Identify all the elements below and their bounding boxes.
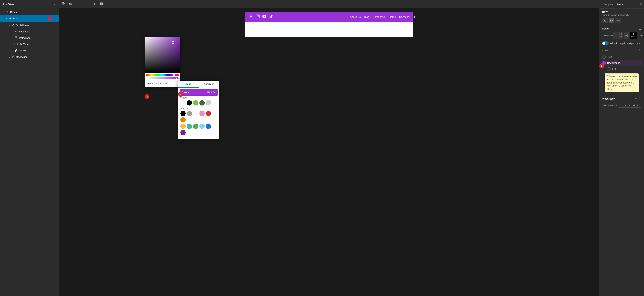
swatch-black[interactable] [187, 100, 192, 105]
svg-point-37 [257, 16, 258, 17]
size-s-button[interactable]: S [619, 103, 623, 107]
layout-collapse-button[interactable]: ▲ [639, 27, 642, 30]
justify-left-button[interactable]: |← [613, 32, 618, 39]
nav-blog[interactable]: Blog [364, 15, 369, 18]
swatch-red[interactable] [206, 111, 211, 116]
size-xxl-button[interactable]: XXL [636, 103, 641, 107]
justify-right-button[interactable]: →| [624, 32, 629, 39]
spacer [11, 36, 14, 39]
more-options-button[interactable] [106, 1, 112, 7]
gradient-tab[interactable]: Gradient [199, 81, 219, 88]
tree-item-navigation[interactable]: ▶ Navigation [0, 54, 58, 60]
hue-slider-thumb[interactable] [173, 74, 175, 77]
navigation-icon [11, 55, 15, 59]
color-row-text[interactable]: Text [602, 54, 642, 60]
tree-item-youtube[interactable]: YouTube [0, 41, 58, 47]
swatch-gray-light[interactable] [206, 100, 211, 105]
tree-item-facebook[interactable]: Facebook [0, 28, 58, 35]
block-settings-button[interactable] [98, 1, 105, 7]
right-panel-close-button[interactable]: × [640, 2, 642, 6]
background-color-label: Background [607, 61, 620, 64]
chevron-right-icon: ▶ [8, 55, 11, 58]
swatch-yellow[interactable] [180, 124, 186, 129]
solid-tab[interactable]: Solid [178, 81, 199, 88]
svg-rect-4 [9, 18, 11, 19]
swatch-blue[interactable] [206, 124, 211, 129]
chevron-down-icon: ▼ [8, 24, 11, 27]
link-color-unchecked [607, 67, 610, 71]
spacer [11, 30, 14, 33]
hex-input[interactable] [158, 81, 180, 86]
social-icons-icon [11, 23, 15, 27]
wrap-toggle[interactable] [602, 41, 609, 45]
justify-space-between-button[interactable]: |⊢⊣| [630, 32, 637, 39]
tree-item-tiktok[interactable]: TikTok [0, 47, 58, 54]
swatch-green-dark[interactable] [200, 100, 205, 105]
nav-services[interactable]: Services [399, 15, 409, 18]
alpha-slider-thumb[interactable] [176, 77, 179, 80]
size-xl-button[interactable]: XL [632, 103, 636, 107]
svg-rect-30 [102, 2, 103, 4]
add-block-inline-button[interactable]: + [414, 15, 416, 19]
tree-item-row[interactable]: ▼ Row 1 ⋮ [0, 15, 58, 22]
tab-template[interactable]: Template [602, 0, 615, 8]
nav-home[interactable]: Home [389, 15, 396, 18]
svg-point-7 [14, 24, 14, 25]
swatch-white-2[interactable] [193, 111, 198, 116]
nav-about[interactable]: About Us [350, 15, 361, 18]
default-swatches-2 [180, 124, 217, 135]
tree-item-instagram[interactable]: Instagram [0, 35, 58, 41]
size-m-button[interactable]: M [623, 103, 628, 107]
nav-contact[interactable]: Contact Us [372, 15, 386, 18]
theme-swatches [180, 100, 217, 105]
align-center-button[interactable] [68, 1, 74, 7]
move-button[interactable] [75, 1, 81, 7]
size-l-button[interactable]: L [628, 103, 632, 107]
color-row-background[interactable]: Background [600, 60, 643, 66]
row-badge: 1 [48, 16, 52, 21]
swatch-orange[interactable] [180, 117, 186, 122]
swatch-white[interactable] [180, 100, 186, 105]
swatch-green-bright[interactable] [193, 100, 198, 105]
add-block-button[interactable] [92, 1, 98, 7]
facebook-social-icon [249, 14, 253, 19]
alpha-slider[interactable] [146, 77, 179, 79]
tree-item-social-icons[interactable]: ▼ Social Icons [0, 22, 58, 28]
duplicate-button[interactable] [61, 1, 67, 7]
canvas-area[interactable]: About Us Blog Contact Us Home Services + [59, 8, 599, 296]
text-color-unchecked [602, 55, 606, 59]
color-gradient-area[interactable] [144, 37, 180, 73]
row-block-button[interactable] [609, 18, 614, 23]
hex-format-dropdown[interactable]: Hex ▼ [146, 82, 155, 85]
typography-more-button[interactable]: ⋮ [638, 97, 642, 101]
color-row-link[interactable]: Link [607, 66, 642, 72]
color-options-button[interactable]: ⋮ [638, 48, 642, 52]
swatch-teal[interactable] [187, 124, 192, 129]
tree-item-youtube-label: YouTube [19, 43, 56, 46]
justification-buttons: |← ⊢|⊣ →| |⊢⊣| [613, 32, 637, 39]
color-picker-circle[interactable] [172, 41, 174, 44]
chevron-down-icon: ▼ [5, 17, 8, 20]
swatch-gray-mid[interactable] [187, 111, 192, 116]
tree-item-group[interactable]: ▼ Group [0, 9, 58, 15]
custom-label: Custom [182, 91, 190, 94]
row-options-button[interactable]: ⋮ [52, 16, 56, 21]
tab-block[interactable]: Block [615, 0, 625, 8]
swatch-purple[interactable] [180, 130, 186, 135]
hue-slider[interactable] [146, 74, 179, 76]
step-badge-3: 3 [178, 92, 183, 97]
full-width-button[interactable] [616, 18, 621, 23]
solid-gradient-tabs: Solid Gradient [178, 81, 219, 88]
align-copy-button[interactable] [602, 18, 608, 23]
align-left-button[interactable] [84, 1, 91, 7]
swatch-pink[interactable] [200, 111, 205, 116]
typography-options-button[interactable] [634, 97, 637, 100]
svg-point-14 [16, 37, 17, 37]
swatch-black-2[interactable] [180, 111, 186, 116]
swatch-light-blue[interactable] [200, 124, 205, 129]
justify-center-button[interactable]: ⊢|⊣ [618, 32, 623, 39]
link-color-label: Link [612, 68, 616, 71]
custom-color-row[interactable]: Custom 8D4CE6 [180, 89, 218, 96]
close-list-view-button[interactable]: × [54, 2, 56, 6]
swatch-green-med[interactable] [193, 124, 198, 129]
